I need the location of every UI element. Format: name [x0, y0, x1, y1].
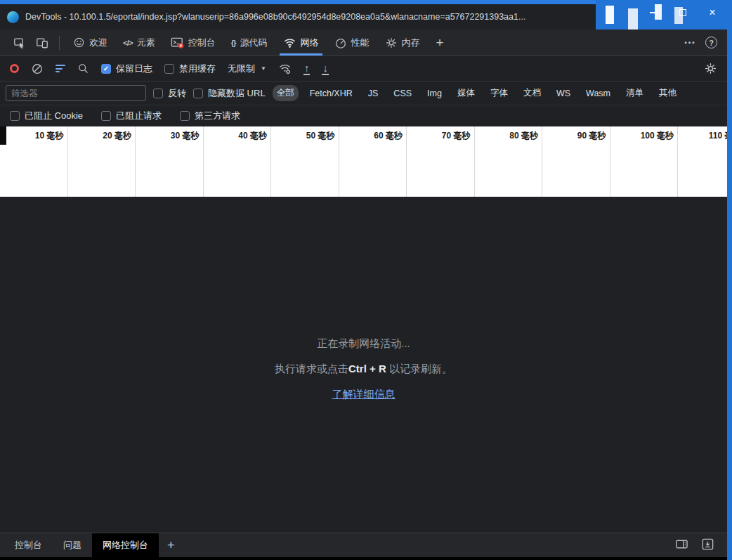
filter-pill-doc[interactable]: 文档 [519, 85, 545, 101]
devtools-window: DevTools - 10.100.1.5/eportal/index.jsp?… [0, 4, 727, 557]
tab-label: 内存 [402, 37, 420, 49]
tab-label: 源代码 [240, 37, 268, 49]
blocked-requests-toggle[interactable]: 已阻止请求 [101, 110, 162, 122]
hide-data-urls-toggle[interactable]: 隐藏数据 URL [193, 87, 266, 100]
reload-hint-text: 执行请求或点击Ctrl + R 以记录刷新。 [275, 363, 452, 376]
settings-button[interactable] [704, 58, 717, 79]
elements-icon: </> [123, 39, 133, 47]
tab-label: 元素 [137, 37, 155, 49]
blocked-requests-label: 已阻止请求 [116, 110, 162, 122]
drawer-tab-issues[interactable]: 问题 [53, 533, 92, 557]
help-button[interactable]: ? [705, 37, 717, 48]
edge-logo-icon [7, 11, 19, 23]
filter-pill-font[interactable]: 字体 [486, 85, 512, 101]
checkbox-unchecked [193, 89, 203, 98]
filter-toggle-icon[interactable] [55, 65, 65, 72]
window-title: DevTools - 10.100.1.5/eportal/index.jsp?… [25, 12, 525, 22]
tab-label: 性能 [351, 37, 370, 49]
minimize-button[interactable] [639, 0, 668, 25]
chevron-down-icon: ▼ [261, 65, 266, 72]
disable-cache-toggle[interactable]: 禁用缓存 [164, 63, 216, 75]
checkbox-unchecked [180, 111, 190, 121]
maximize-icon [679, 9, 686, 16]
record-button[interactable] [10, 64, 19, 73]
background-page-edge [727, 0, 732, 560]
tab-sources[interactable]: {} 源代码 [223, 30, 275, 56]
help-icon: ? [709, 39, 714, 47]
learn-more-link[interactable]: 了解详细信息 [332, 388, 396, 401]
window-bottom-edge [0, 557, 727, 560]
toolbar-separator [59, 36, 60, 50]
tab-network[interactable]: 网络 [275, 30, 327, 56]
network-filter-bar-2: 已阻止 Cookie 已阻止请求 第三方请求 [0, 105, 727, 126]
filter-pill-ws[interactable]: WS [552, 86, 575, 100]
network-filter-bar: 反转 隐藏数据 URL 全部 Fetch/XHR JS CSS Img 媒体 字… [0, 82, 727, 105]
timeline-tick: 60 毫秒 [339, 126, 407, 197]
sources-icon: {} [231, 39, 236, 47]
blocked-cookies-label: 已阻止 Cookie [25, 110, 83, 122]
drawer-tabbar: 控制台 问题 网络控制台 + [0, 533, 727, 557]
clear-button[interactable] [31, 58, 44, 79]
tab-label: 欢迎 [89, 37, 107, 49]
throttling-select[interactable]: 无限制 ▼ [228, 63, 266, 75]
panel-layout-icon [675, 538, 688, 551]
more-options-icon[interactable]: … [684, 33, 695, 47]
blocked-cookies-toggle[interactable]: 已阻止 Cookie [10, 110, 83, 122]
invert-filter-toggle[interactable]: 反转 [153, 87, 186, 100]
timeline-tick: 110 毫秒 [678, 126, 727, 197]
device-toolbar-button[interactable] [31, 32, 53, 53]
search-button[interactable] [77, 58, 89, 79]
maximize-button[interactable] [668, 0, 698, 25]
device-toolbar-icon [36, 37, 48, 49]
timeline-tick: 40 毫秒 [204, 126, 272, 197]
preserve-log-toggle[interactable]: ✓ 保留日志 [101, 63, 152, 75]
more-tabs-button[interactable]: + [428, 35, 452, 51]
export-har-button[interactable]: ↓ [322, 63, 329, 75]
filter-pill-all[interactable]: 全部 [273, 85, 299, 101]
gear-icon [704, 62, 717, 75]
filter-pill-media[interactable]: 媒体 [453, 85, 479, 101]
down-arrow-icon: ↓ [322, 62, 328, 74]
inspect-icon [13, 37, 26, 49]
import-har-button[interactable]: ↑ [303, 63, 311, 75]
network-conditions-button[interactable] [278, 58, 292, 79]
panel-layout-button[interactable] [675, 538, 688, 554]
tab-console[interactable]: 控制台 [163, 30, 223, 56]
checkbox-unchecked [153, 89, 163, 98]
import-panel-button[interactable] [701, 538, 714, 554]
timeline-tick: 100 毫秒 [610, 126, 679, 197]
third-party-requests-label: 第三方请求 [195, 110, 240, 122]
overview-left-notch [0, 126, 6, 145]
filter-pill-img[interactable]: Img [423, 86, 446, 100]
disable-cache-label: 禁用缓存 [179, 63, 216, 75]
drawer-tab-network-console[interactable]: 网络控制台 [92, 533, 159, 557]
tab-memory[interactable]: 内存 [377, 30, 428, 56]
tab-performance[interactable]: 性能 [327, 30, 377, 56]
invert-label: 反转 [168, 87, 186, 100]
timeline-tick: 20 毫秒 [68, 126, 136, 197]
minimize-icon [650, 12, 658, 13]
tab-elements[interactable]: </> 元素 [115, 30, 163, 56]
filter-pill-js[interactable]: JS [364, 86, 383, 100]
drawer-more-tabs-button[interactable]: + [159, 538, 183, 553]
tabbar-right: … ? [684, 36, 727, 50]
close-button[interactable]: × [698, 0, 727, 25]
network-conditions-icon [278, 62, 292, 75]
checkbox-checked: ✓ [101, 64, 111, 74]
filter-pill-wasm[interactable]: Wasm [582, 86, 615, 100]
drawer-right-actions [675, 538, 723, 554]
inspect-element-button[interactable] [8, 32, 31, 53]
filter-input[interactable] [6, 85, 146, 101]
filter-pill-css[interactable]: CSS [389, 86, 416, 100]
performance-gauge-icon [334, 37, 347, 49]
third-party-requests-toggle[interactable]: 第三方请求 [180, 110, 240, 122]
network-overview-timeline[interactable]: 10 毫秒 20 毫秒 30 毫秒 40 毫秒 50 毫秒 60 毫秒 70 毫… [0, 126, 727, 197]
drawer-tab-console[interactable]: 控制台 [4, 533, 53, 557]
tab-label: 网络 [301, 37, 319, 49]
filter-pill-other[interactable]: 其他 [655, 85, 681, 101]
filter-pill-manifest[interactable]: 清单 [622, 85, 648, 101]
background-page-pattern: × [596, 0, 727, 30]
timeline-tick: 30 毫秒 [136, 126, 204, 197]
tab-welcome[interactable]: 欢迎 [65, 30, 115, 56]
filter-pill-fetch-xhr[interactable]: Fetch/XHR [306, 86, 357, 100]
